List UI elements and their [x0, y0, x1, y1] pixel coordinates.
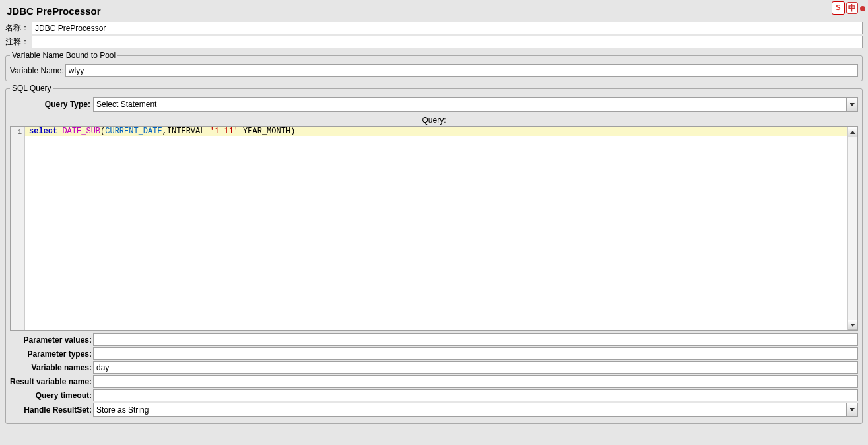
editor-scrollbar[interactable] [847, 127, 857, 330]
pool-fieldset: Variable Name Bound to Pool Variable Nam… [5, 51, 863, 81]
result-var-input[interactable] [93, 375, 858, 388]
name-input[interactable] [32, 22, 863, 34]
editor-gutter: 1 [11, 127, 25, 330]
editor-code[interactable]: select DATE_SUB(CURRENT_DATE,INTERVAL '1… [25, 127, 847, 330]
code-line-1[interactable]: select DATE_SUB(CURRENT_DATE,INTERVAL '1… [25, 127, 847, 136]
handle-result-value: Store as String [93, 403, 846, 417]
chevron-down-icon[interactable] [846, 403, 858, 417]
sql-fieldset: SQL Query Query Type: Select Statement Q… [5, 84, 863, 424]
query-type-label: Query Type: [10, 100, 93, 109]
variable-names-input[interactable] [93, 361, 858, 374]
query-type-select[interactable]: Select Statement [93, 97, 858, 112]
scroll-down-icon[interactable] [848, 320, 857, 330]
pool-legend: Variable Name Bound to Pool [10, 51, 117, 60]
param-types-input[interactable] [93, 347, 858, 360]
name-label: 名称： [5, 22, 32, 34]
param-types-label: Parameter types: [10, 349, 93, 359]
result-var-label: Result variable name: [10, 377, 93, 386]
variable-names-label: Variable names: [10, 363, 93, 372]
page-title: JDBC PreProcessor [7, 5, 863, 17]
handle-result-select[interactable]: Store as String [93, 403, 858, 417]
handle-result-label: Handle ResultSet: [10, 405, 93, 415]
comments-label: 注释： [5, 36, 32, 48]
query-label: Query: [10, 114, 858, 126]
chevron-down-icon[interactable] [846, 97, 858, 112]
query-timeout-input[interactable] [93, 389, 858, 401]
sogou-icon [832, 1, 845, 15]
comments-input[interactable] [32, 36, 863, 48]
query-type-value: Select Statement [93, 97, 846, 112]
ime-dot-icon [860, 6, 865, 11]
ime-indicator: 中 [832, 1, 865, 15]
variable-name-input[interactable] [65, 64, 858, 77]
ime-lang-icon: 中 [846, 2, 858, 14]
sql-editor[interactable]: 1 select DATE_SUB(CURRENT_DATE,INTERVAL … [10, 126, 858, 331]
variable-name-label: Variable Name: [10, 66, 65, 75]
scroll-up-icon[interactable] [848, 127, 857, 137]
sql-legend: SQL Query [10, 84, 53, 93]
query-timeout-label: Query timeout: [10, 391, 93, 400]
param-values-input[interactable] [93, 333, 858, 346]
param-values-label: Parameter values: [10, 335, 93, 345]
